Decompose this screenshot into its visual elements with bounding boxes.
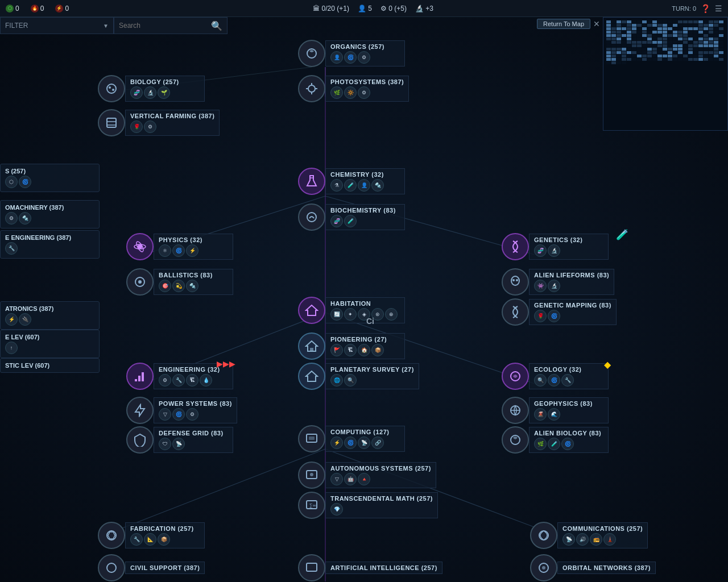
minimap-cell <box>657 24 662 27</box>
node-planetary-survey[interactable]: PLANETARY SURVEY (27) 🌐 🔍 <box>298 363 419 390</box>
partial-e-lev[interactable]: E LEV (607) ↑ <box>0 330 100 358</box>
node-genetic-mapping[interactable]: GENETIC MAPPING (83) 🌹 🌀 <box>502 298 617 326</box>
minimap-cell <box>698 34 703 37</box>
influence-resource: ⚙ 0 (+5) <box>380 5 407 13</box>
sub-icon: 📻 <box>590 533 602 546</box>
sub-icon: 🔆 <box>344 86 357 99</box>
node-organics[interactable]: ORGANICS (257) 👤 🌀 ⚙ <box>298 40 405 67</box>
partial-atronics[interactable]: ATRONICS (387) ⚡ 🔌 <box>0 301 100 330</box>
sub-icon: 🧪 <box>344 179 357 192</box>
defense-grid-icon <box>126 426 154 454</box>
node-alien-biology[interactable]: ALIEN BIOLOGY (83) 🌿 🧪 🌀 <box>502 426 609 454</box>
minimap-cell <box>714 31 718 34</box>
node-habitation[interactable]: HABITATION 🔄 ✦ ◈ ⊛ ⊕ <box>298 297 405 324</box>
planetary-survey-icon <box>298 363 325 390</box>
node-biology[interactable]: BIOLOGY (257) 🧬 🔬 🌱 <box>98 75 205 102</box>
engineering-label: ENGINEERING (32) ⚙ 🔧 🏗 💧 ▶▶▶ <box>154 363 233 389</box>
partial-omachinery[interactable]: OMACHINERY (387) ⚙ 🔩 <box>0 200 100 228</box>
return-to-map-button[interactable]: Return To Map <box>537 19 590 29</box>
sub-icon: ⚡ <box>330 436 343 449</box>
svg-point-28 <box>511 276 519 285</box>
minimap-cell <box>709 20 713 23</box>
minimap-cell <box>719 38 723 40</box>
partial-s257[interactable]: S (257) ⬡ 🌀 <box>0 164 100 192</box>
minimap-cell <box>719 51 723 54</box>
minimap-cell <box>663 55 667 57</box>
minimap-cell <box>719 55 723 57</box>
node-fabrication[interactable]: FABRICATION (257) 🔧 📐 📦 <box>98 522 205 549</box>
node-vertical-farming[interactable]: VERTICAL FARMING (387) 🌹 ⚙ <box>98 109 220 136</box>
node-artificial-intelligence[interactable]: ARTIFICIAL INTELLIGENCE (257) <box>298 554 442 581</box>
node-alien-lifeforms[interactable]: ALIEN LIFEFORMS (83) 👾 🔬 <box>502 268 614 296</box>
minimap-cell <box>688 27 693 30</box>
node-civil-support[interactable]: CIVIL SUPPORT (387) <box>98 554 205 581</box>
help-icon[interactable]: ❓ <box>701 4 710 13</box>
svg-text:∑∞: ∑∞ <box>309 503 316 508</box>
pioneering-icon <box>298 332 325 360</box>
minimap-cell <box>673 55 677 57</box>
node-photosystems[interactable]: PHOTOSYSTEMS (387) 🌿 🔆 ⚙ <box>298 75 409 102</box>
minimap-cell <box>683 27 688 30</box>
pioneering-label: PIONEERING (27) 🚩 🏗 🏠 📦 <box>325 333 405 359</box>
sub-icon: 🌿 <box>534 438 547 450</box>
minimap-cell <box>657 51 662 54</box>
minimap-cell <box>622 34 626 37</box>
minimap-cell <box>617 48 621 51</box>
minimap-cell <box>611 61 616 64</box>
node-physics[interactable]: PHYSICS (32) ⚛ 🌀 ⚡ <box>126 233 233 260</box>
minimap-cell <box>627 38 631 40</box>
minimap-cell <box>632 31 636 34</box>
node-power-systems[interactable]: POWER SYSTEMS (83) ▽ 🌀 ⚙ <box>126 397 237 424</box>
menu-icon[interactable]: ☰ <box>715 4 722 13</box>
defense-grid-label: DEFENSE GRID (83) 🛡 📡 <box>154 427 233 453</box>
minimap-cell <box>698 48 703 51</box>
minimap-cell <box>688 48 693 51</box>
close-icon[interactable]: ✕ <box>593 19 600 28</box>
node-ecology[interactable]: ECOLOGY (32) 🔍 🌀 🔧 ◆ <box>502 363 609 390</box>
minimap-cell <box>657 41 662 44</box>
minimap-cell <box>663 34 667 37</box>
minimap-cell <box>622 51 626 54</box>
minimap-cell <box>642 55 647 57</box>
minimap-cell <box>617 27 621 30</box>
minimap-cell <box>704 31 708 34</box>
minimap-cell <box>698 41 703 44</box>
minimap-cell <box>698 24 703 27</box>
minimap-cell <box>719 24 723 27</box>
sub-icon: 🗼 <box>603 533 616 546</box>
node-communications[interactable]: COMMUNICATIONS (257) 📡 🔊 📻 🗼 <box>530 522 648 549</box>
node-orbital-networks[interactable]: ORBITAL NETWORKS (387) <box>530 554 656 581</box>
minimap-cell <box>652 51 657 54</box>
node-computing[interactable]: COMPUTING (127) ⚡ 🌀 📡 🔗 <box>298 425 405 452</box>
search-input[interactable] <box>119 22 208 30</box>
search-bar[interactable]: 🔍 <box>114 17 228 34</box>
minimap-cell <box>693 48 698 51</box>
partial-stic-lev[interactable]: STIC LEV (607) <box>0 358 100 373</box>
minimap-cell <box>663 24 667 27</box>
node-geophysics[interactable]: GEOPHYSICS (83) 🌋 🌊 <box>502 397 609 424</box>
node-genetics[interactable]: GENETICS (32) 🧬 🔬 🧪 <box>502 233 609 260</box>
minimap-cell <box>663 27 667 30</box>
node-transcendental-math[interactable]: ∑∞ TRANSCENDENTAL MATH (257) 💎 <box>298 492 438 519</box>
node-chemistry[interactable]: CHEMISTRY (32) ⚗ 🧪 👤 🔩 <box>298 168 405 195</box>
sub-icon: 🧬 <box>130 86 143 99</box>
node-ballistics[interactable]: BALLISTICS (83) 🎯 💫 🔩 <box>126 268 233 296</box>
partial-e-engineering[interactable]: E ENGINEERING (387) 🔧 <box>0 230 100 259</box>
node-biochemistry[interactable]: BIOCHEMISTRY (83) 🧬 🧪 <box>298 203 405 231</box>
minimap-cell <box>637 55 642 57</box>
communications-icon <box>530 522 557 549</box>
minimap-cell <box>668 24 672 27</box>
minimap-cell <box>683 31 688 34</box>
sub-icon: 🔬 <box>144 86 156 99</box>
sub-icon: 📦 <box>371 344 384 356</box>
node-pioneering[interactable]: PIONEERING (27) 🚩 🏗 🏠 📦 <box>298 332 405 360</box>
minimap-cell <box>622 41 626 44</box>
node-engineering[interactable]: ENGINEERING (32) ⚙ 🔧 🏗 💧 ▶▶▶ <box>126 363 233 390</box>
filter-bar[interactable]: FILTER ▼ <box>0 17 114 34</box>
node-defense-grid[interactable]: DEFENSE GRID (83) 🛡 📡 <box>126 426 233 454</box>
sub-icon: 🔌 <box>19 313 31 326</box>
sub-icon: ⚙ <box>144 120 156 133</box>
turn-info: TURN: 0 <box>672 5 696 12</box>
node-autonomous-systems[interactable]: AUTONOMOUS SYSTEMS (257) ▽ 🤖 🔺 <box>298 462 436 489</box>
minimap-cell <box>714 55 718 57</box>
